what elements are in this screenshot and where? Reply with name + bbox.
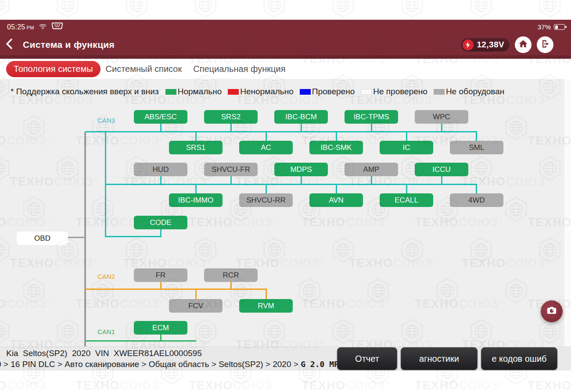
bus-segment <box>230 124 232 132</box>
battery-icon <box>554 24 565 30</box>
right-gutter <box>564 79 571 346</box>
bus-segment <box>301 124 302 132</box>
legend-note: * Поддержка скольжения вверх и вниз <box>11 87 159 96</box>
bus-segment <box>86 289 267 290</box>
ecu-node-mdps[interactable]: MDPS <box>274 163 328 176</box>
wifi-icon <box>39 23 47 32</box>
voltage-badge: 12,38V <box>461 38 510 52</box>
ecu-node-shvcu-fr[interactable]: SHVCU-FR <box>204 163 258 176</box>
clear-dtc-button[interactable]: е кодов ошиб <box>481 347 557 370</box>
bus-label-can2: CAN2 <box>97 273 115 280</box>
legend-label: Не оборудован <box>446 87 504 96</box>
legend-item: Не оборудован <box>434 87 504 96</box>
ecu-node-abs-esc[interactable]: ABS/ESC <box>134 110 187 124</box>
camera-button[interactable] <box>541 300 563 322</box>
tab-system-topology[interactable]: Топология системы <box>6 61 101 77</box>
ecu-node-ic[interactable]: IC <box>380 141 433 154</box>
ecu-node-sml[interactable]: SML <box>450 141 503 154</box>
ecu-node-code[interactable]: CODE <box>134 216 187 229</box>
bus-segment <box>336 132 337 141</box>
legend-label: Ненормально <box>240 87 294 96</box>
bottom-margin <box>0 371 571 392</box>
legend-label: Не проверено <box>373 87 427 96</box>
vehicle-bar: Kia Seltos(SP2) 2020 VIN XWEER81AEL00005… <box>0 346 571 371</box>
legend-item: Не проверено <box>361 87 427 96</box>
bus-segment <box>301 176 302 184</box>
ecu-node-iccu[interactable]: ICCU <box>415 163 468 176</box>
clock: 05:25PM <box>7 23 34 31</box>
bus-segment <box>441 176 442 184</box>
back-button[interactable] <box>0 34 19 55</box>
watermark-globe-icon <box>54 0 82 21</box>
watermark-globe-icon <box>329 0 357 21</box>
report-button[interactable]: Отчет <box>337 347 397 370</box>
legend: * Поддержка скольжения вверх и вниз Норм… <box>11 87 504 96</box>
bus-segment <box>195 185 197 193</box>
home-icon <box>518 39 528 51</box>
breadcrumb: 0 > 16 PIN DLC > Авто сканирование > Общ… <box>0 360 344 369</box>
bus-segment <box>371 124 372 132</box>
ecu-node-ibc-tpms[interactable]: IBC-TPMS <box>345 110 398 124</box>
ecu-node-wpc[interactable]: WPC <box>415 110 468 124</box>
bus-label-can3: CAN3 <box>97 117 115 124</box>
bus-segment <box>371 176 372 184</box>
ecu-node-avn[interactable]: AVN <box>309 193 363 207</box>
legend-swatch <box>434 89 445 95</box>
bus-segment <box>195 132 197 141</box>
ecu-node-ecm[interactable]: ECM <box>134 321 187 335</box>
watermark-globe-icon <box>536 0 564 21</box>
ecu-node-4wd[interactable]: 4WD <box>450 193 503 207</box>
header-divider <box>0 55 571 59</box>
bus-segment <box>476 132 477 141</box>
legend-swatch <box>228 89 239 95</box>
bus-segment <box>86 340 196 342</box>
bus-segment <box>406 132 407 141</box>
legend-item: Проверено <box>300 87 355 96</box>
ecu-node-rvm[interactable]: RVM <box>239 299 293 313</box>
diagnostics-button[interactable]: агностики <box>401 347 478 370</box>
ecu-node-amp[interactable]: AMP <box>345 163 398 176</box>
watermark-globe-icon <box>191 0 219 21</box>
header: Система и функция 12,38V <box>0 34 571 55</box>
ecu-node-srs2[interactable]: SRS2 <box>204 110 258 124</box>
ecu-node-fcv[interactable]: FCV <box>169 299 223 313</box>
lightning-icon <box>463 39 474 50</box>
ecu-node-ibc-smk[interactable]: IBC-SMK <box>309 141 363 154</box>
ecu-node-fr[interactable]: FR <box>134 268 187 282</box>
ecu-node-hud[interactable]: HUD <box>134 163 187 176</box>
legend-label: Проверено <box>312 87 355 96</box>
bus-label-can1: CAN1 <box>97 328 115 335</box>
bus-segment <box>160 176 162 184</box>
tab-special-function[interactable]: Специальная функция <box>191 64 287 74</box>
bus-segment <box>68 237 84 238</box>
bus-segment <box>476 185 477 193</box>
bus-segment <box>84 132 86 346</box>
ecu-node-srs1[interactable]: SRS1 <box>169 141 223 154</box>
bus-segment <box>441 124 442 132</box>
watermark-globe-icon <box>122 0 151 21</box>
ecu-node-ecall[interactable]: ECALL <box>380 193 433 207</box>
exit-button[interactable] <box>537 36 553 53</box>
battery-percent: 37% <box>538 23 551 31</box>
legend-swatch <box>361 89 372 95</box>
ecu-node-ibc-bcm[interactable]: IBC-BCM <box>274 110 328 124</box>
bus-segment <box>105 184 477 185</box>
bus-segment <box>266 185 267 193</box>
bus-segment <box>105 236 162 237</box>
home-button[interactable] <box>515 36 531 53</box>
ecu-node-ibc-immo[interactable]: IBC-IMMO <box>169 193 223 207</box>
bus-segment <box>230 282 232 289</box>
bus-segment <box>86 131 477 132</box>
tab-system-list[interactable]: Системный список <box>104 64 184 74</box>
legend-item: Нормально <box>165 87 222 96</box>
back-icon <box>4 38 15 52</box>
ecu-node-rcr[interactable]: RCR <box>204 268 258 282</box>
status-bar: 05:25PM 37% <box>0 20 571 34</box>
bus-segment <box>266 132 267 141</box>
watermark-globe-icon <box>260 0 288 21</box>
ecu-node-obd[interactable]: OBD <box>17 232 68 245</box>
screen: 05:25PM 37% Систе <box>0 0 571 392</box>
ecu-node-ac[interactable]: AC <box>239 141 293 154</box>
vci-connector-icon <box>51 22 63 32</box>
ecu-node-shvcu-rr[interactable]: SHVCU-RR <box>239 193 293 207</box>
